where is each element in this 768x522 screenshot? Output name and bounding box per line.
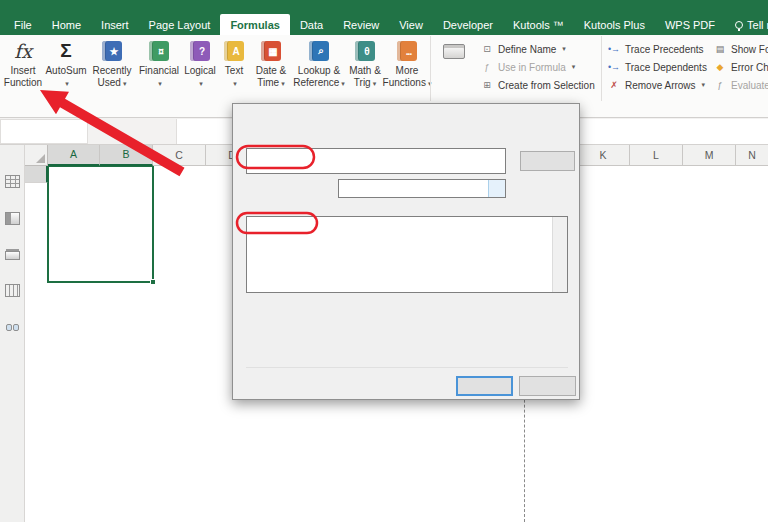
tab-kutools-plus[interactable]: Kutools Plus (574, 14, 655, 35)
define-name-button[interactable]: ⊡Define Name▾ (480, 41, 600, 57)
worksheets-panel-icon[interactable] (5, 175, 20, 188)
evaluate-formula-icon: ƒ (713, 79, 727, 92)
logical-button[interactable]: ?Logical▾ (181, 35, 219, 89)
tab-label: Formulas (230, 19, 280, 31)
search-function-input[interactable] (246, 148, 506, 174)
column-header-m[interactable]: M (683, 145, 736, 166)
tab-developer[interactable]: Developer (433, 14, 503, 35)
tab-label: WPS PDF (665, 19, 715, 31)
tab-label: Kutools ™ (513, 19, 564, 31)
autosum-button[interactable]: ΣAutoSum▾ (45, 35, 87, 89)
select-all-triangle-icon (36, 154, 45, 163)
recently-used-icon: ★ (102, 41, 122, 61)
trace-dependents-button[interactable]: •→Trace Dependents (607, 59, 709, 75)
category-dropdown[interactable] (338, 179, 506, 198)
function-listbox-items (247, 217, 552, 292)
tab-label: Kutools Plus (584, 19, 645, 31)
column-header-l[interactable]: L (630, 145, 683, 166)
date-time-label: Date &Time▾ (256, 65, 287, 89)
tab-label: Tell me w (747, 19, 768, 31)
chevron-down-icon[interactable] (488, 180, 505, 197)
cancel-entry-icon[interactable] (104, 119, 126, 144)
group-divider (430, 36, 431, 101)
tab-label: Home (52, 19, 81, 31)
tab-tell-me-w[interactable]: Tell me w (725, 14, 768, 35)
defined-names-rows: ⊡Define Name▾ƒUse in Formula▾⊞Create fro… (480, 35, 600, 93)
tab-label: Insert (101, 19, 129, 31)
column-header-b[interactable]: B (100, 145, 153, 166)
logical-icon: ? (190, 41, 210, 61)
date-time-button[interactable]: ▦Date &Time▾ (249, 35, 293, 89)
cancel-button[interactable] (519, 376, 576, 396)
kutools-side-panel (0, 145, 25, 522)
math-trig-button[interactable]: θMath &Trig▾ (345, 35, 385, 89)
column-header-a[interactable]: A (48, 145, 100, 166)
create-from-selection-icon: ⊞ (480, 79, 494, 92)
tab-data[interactable]: Data (290, 14, 333, 35)
insert-function-button[interactable]: fxInsertFunction (1, 35, 45, 89)
tab-wps-pdf[interactable]: WPS PDF (655, 14, 725, 35)
row-header-1[interactable] (25, 166, 48, 183)
date-time-icon: ▦ (261, 41, 281, 61)
tab-page-layout[interactable]: Page Layout (139, 14, 221, 35)
text-button[interactable]: AText▾ (219, 35, 249, 89)
workbook-pane-icon[interactable] (5, 212, 20, 225)
column-header-n[interactable]: N (736, 145, 768, 166)
go-button[interactable] (520, 151, 575, 171)
lightbulb-icon (735, 21, 743, 29)
listbox-scrollbar[interactable] (552, 217, 567, 292)
trace-dependents-icon: •→ (607, 61, 621, 74)
tab-review[interactable]: Review (333, 14, 389, 35)
remove-arrows-icon: ✗ (607, 79, 621, 92)
auditing-rows-2: ▤Show Form◆Error ChecƒEvaluate F (713, 35, 768, 93)
show-formulas-button[interactable]: ▤Show Form (713, 41, 768, 57)
auditing-rows: •→Trace Precedents•→Trace Dependents✗Rem… (607, 35, 709, 93)
logical-label: Logical▾ (184, 65, 216, 89)
recently-used-button[interactable]: ★RecentlyUsed▾ (87, 35, 137, 89)
insert-function-fx-icon[interactable] (152, 119, 174, 144)
financial-button[interactable]: ¤Financial▾ (137, 35, 181, 89)
tab-kutools[interactable]: Kutools ™ (503, 14, 574, 35)
error-checking-button[interactable]: ◆Error Chec (713, 59, 768, 75)
ok-button[interactable] (456, 376, 513, 396)
lookup-reference-button[interactable]: ⌕Lookup &Reference▾ (293, 35, 345, 89)
insert-function-label: InsertFunction (4, 65, 42, 88)
remove-arrows-button[interactable]: ✗Remove Arrows▾ (607, 77, 709, 93)
enter-entry-icon[interactable] (130, 119, 152, 144)
tab-file[interactable]: File (4, 14, 42, 35)
tab-formulas[interactable]: Formulas (220, 14, 290, 35)
scroll-down-icon[interactable] (553, 279, 568, 292)
tab-label: Page Layout (149, 19, 211, 31)
use-in-formula-button[interactable]: ƒUse in Formula▾ (480, 59, 600, 75)
tab-view[interactable]: View (389, 14, 433, 35)
trace-precedents-button[interactable]: •→Trace Precedents (607, 41, 709, 57)
math-trig-icon: θ (355, 41, 375, 61)
math-trig-label: Math &Trig▾ (349, 65, 381, 89)
show-formulas-icon: ▤ (713, 43, 727, 56)
tab-insert[interactable]: Insert (91, 14, 139, 35)
tab-home[interactable]: Home (42, 14, 91, 35)
use-in-formula-icon: ƒ (480, 61, 494, 74)
sigma-icon: Σ (60, 40, 71, 62)
name-box[interactable] (0, 119, 88, 144)
define-name-icon: ⊡ (480, 43, 494, 56)
create-from-selection-button[interactable]: ⊞Create from Selection (480, 77, 600, 93)
column-header-k[interactable]: K (577, 145, 630, 166)
evaluate-formula-button[interactable]: ƒEvaluate F (713, 77, 768, 93)
column-header-c[interactable]: C (153, 145, 206, 166)
select-all-corner[interactable] (25, 145, 48, 166)
tab-label: Review (343, 19, 379, 31)
tab-label: Data (300, 19, 323, 31)
more-functions-button[interactable]: ...MoreFunctions▾ (385, 35, 429, 89)
find-binoculars-icon[interactable] (5, 321, 20, 334)
dialog-separator (246, 367, 568, 368)
tab-label: View (399, 19, 423, 31)
financial-icon: ¤ (149, 41, 169, 61)
print-panel-icon[interactable] (5, 251, 20, 260)
columns-panel-icon[interactable] (5, 284, 20, 297)
tab-label: Developer (443, 19, 493, 31)
scroll-up-icon[interactable] (553, 217, 568, 230)
name-manager-button[interactable] (432, 35, 476, 65)
function-library-buttons: fxInsertFunctionΣAutoSum▾★RecentlyUsed▾¤… (1, 35, 429, 89)
lookup-reference-label: Lookup &Reference▾ (293, 65, 345, 89)
